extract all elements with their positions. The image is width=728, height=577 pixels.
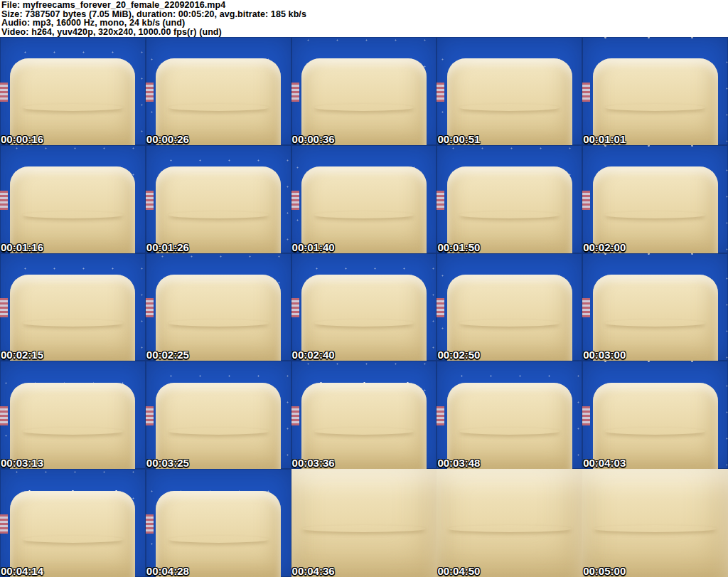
timestamp-overlay: 00:04:36 xyxy=(292,565,335,577)
video-thumbnail: 00:03:25 xyxy=(146,361,291,469)
audio-info-line: Audio: mp3, 16000 Hz, mono, 24 kb/s (und… xyxy=(1,18,728,28)
wall-stripe-detail xyxy=(291,83,299,102)
timestamp-overlay: 00:03:25 xyxy=(146,457,189,469)
wall-stripe-detail xyxy=(0,191,8,210)
armchair-placeholder xyxy=(593,383,718,469)
armchair-placeholder xyxy=(10,383,135,469)
video-thumbnail: 00:04:28 xyxy=(146,469,291,577)
armchair-placeholder xyxy=(447,383,572,469)
timestamp-overlay: 00:03:48 xyxy=(437,457,480,469)
armchair-placeholder xyxy=(437,469,582,577)
wall-stripe-detail xyxy=(437,191,444,210)
armchair-placeholder xyxy=(10,275,135,361)
wall-stripe-detail xyxy=(291,298,299,317)
video-contact-sheet: File: myfreecams_forever_20_female_22092… xyxy=(0,0,728,577)
video-thumbnail: 00:03:13 xyxy=(0,361,146,469)
wall-stripe-detail xyxy=(582,191,590,210)
wall-stripe-detail xyxy=(0,83,8,102)
wall-stripe-detail xyxy=(0,406,8,425)
timestamp-overlay: 00:02:00 xyxy=(583,241,626,253)
timestamp-overlay: 00:04:03 xyxy=(583,457,626,469)
video-thumbnail: 00:02:40 xyxy=(291,253,437,361)
video-thumbnail: 00:00:51 xyxy=(437,37,582,145)
timestamp-overlay: 00:05:00 xyxy=(583,565,626,577)
video-thumbnail: 00:02:50 xyxy=(437,253,582,361)
armchair-placeholder xyxy=(593,166,718,253)
video-thumbnail: 00:00:26 xyxy=(146,37,291,145)
timestamp-overlay: 00:01:01 xyxy=(583,133,626,145)
armchair-placeholder xyxy=(301,383,427,469)
video-info-line: Video: h264, yuv420p, 320x240, 1000.00 f… xyxy=(1,28,728,37)
wall-stripe-detail xyxy=(146,406,154,425)
timestamp-overlay: 00:03:13 xyxy=(1,457,43,469)
video-thumbnail: 00:03:48 xyxy=(437,361,582,469)
video-thumbnail: 00:04:50 xyxy=(437,469,582,577)
timestamp-overlay: 00:04:50 xyxy=(437,565,480,577)
wall-stripe-detail xyxy=(582,83,590,102)
timestamp-overlay: 00:04:28 xyxy=(146,565,189,577)
video-thumbnail: 00:02:15 xyxy=(0,253,146,361)
video-thumbnail: 00:04:14 xyxy=(0,469,146,577)
timestamp-overlay: 00:02:15 xyxy=(1,349,43,361)
wall-stripe-detail xyxy=(582,406,590,425)
timestamp-overlay: 00:00:16 xyxy=(1,133,43,145)
timestamp-overlay: 00:01:26 xyxy=(146,241,189,253)
armchair-placeholder xyxy=(301,166,427,253)
wall-stripe-detail xyxy=(582,298,590,317)
wall-stripe-detail xyxy=(437,83,444,102)
video-thumbnail: 00:00:36 xyxy=(291,37,437,145)
armchair-placeholder xyxy=(10,58,135,144)
wall-stripe-detail xyxy=(291,406,299,425)
armchair-placeholder xyxy=(156,383,281,469)
video-thumbnail: 00:02:25 xyxy=(146,253,291,361)
video-thumbnail: 00:02:00 xyxy=(582,145,728,253)
video-thumbnail: 00:04:36 xyxy=(291,469,437,577)
thumbnail-grid: 00:00:16 00:00:26 00:00:36 00:00:51 00:0… xyxy=(0,37,728,577)
armchair-placeholder xyxy=(156,58,281,144)
media-info-header: File: myfreecams_forever_20_female_22092… xyxy=(0,0,728,37)
timestamp-overlay: 00:00:26 xyxy=(146,133,189,145)
armchair-placeholder xyxy=(156,491,281,577)
wall-stripe-detail xyxy=(437,298,444,317)
wall-stripe-detail xyxy=(437,406,444,425)
armchair-placeholder xyxy=(447,166,572,253)
armchair-placeholder xyxy=(447,275,572,361)
video-thumbnail: 00:01:50 xyxy=(437,145,582,253)
armchair-placeholder xyxy=(291,469,437,577)
timestamp-overlay: 00:02:50 xyxy=(437,349,480,361)
timestamp-overlay: 00:04:14 xyxy=(1,565,43,577)
video-thumbnail: 00:03:36 xyxy=(291,361,437,469)
video-thumbnail: 00:01:40 xyxy=(291,145,437,253)
timestamp-overlay: 00:00:36 xyxy=(292,133,335,145)
timestamp-overlay: 00:01:50 xyxy=(437,241,480,253)
timestamp-overlay: 00:03:36 xyxy=(292,457,335,469)
video-thumbnail: 00:01:01 xyxy=(582,37,728,145)
wall-stripe-detail xyxy=(0,298,8,317)
video-thumbnail: 00:00:16 xyxy=(0,37,146,145)
armchair-placeholder xyxy=(156,275,281,361)
timestamp-overlay: 00:03:00 xyxy=(583,349,626,361)
wall-stripe-detail xyxy=(146,191,154,210)
timestamp-overlay: 00:01:16 xyxy=(1,241,43,253)
armchair-placeholder xyxy=(156,166,281,253)
armchair-placeholder xyxy=(10,166,135,253)
timestamp-overlay: 00:01:40 xyxy=(292,241,335,253)
wall-stripe-detail xyxy=(0,514,8,534)
video-thumbnail: 00:01:26 xyxy=(146,145,291,253)
armchair-placeholder xyxy=(10,491,135,577)
armchair-placeholder xyxy=(593,58,718,144)
armchair-placeholder xyxy=(301,58,427,144)
armchair-placeholder xyxy=(582,469,728,577)
timestamp-overlay: 00:02:40 xyxy=(292,349,335,361)
video-thumbnail: 00:01:16 xyxy=(0,145,146,253)
armchair-placeholder xyxy=(301,275,427,361)
file-name-line: File: myfreecams_forever_20_female_22092… xyxy=(1,1,728,10)
timestamp-overlay: 00:02:25 xyxy=(146,349,189,361)
video-thumbnail: 00:03:00 xyxy=(582,253,728,361)
wall-stripe-detail xyxy=(291,191,299,210)
armchair-placeholder xyxy=(447,58,572,144)
armchair-placeholder xyxy=(593,275,718,361)
wall-stripe-detail xyxy=(146,83,154,102)
video-thumbnail: 00:05:00 xyxy=(582,469,728,577)
video-thumbnail: 00:04:03 xyxy=(582,361,728,469)
